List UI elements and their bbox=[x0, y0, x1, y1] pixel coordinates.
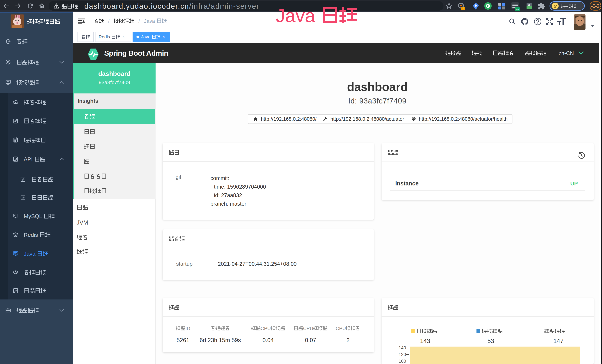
svg-text:1: 1 bbox=[462, 7, 464, 10]
svg-text:on: on bbox=[516, 8, 519, 11]
